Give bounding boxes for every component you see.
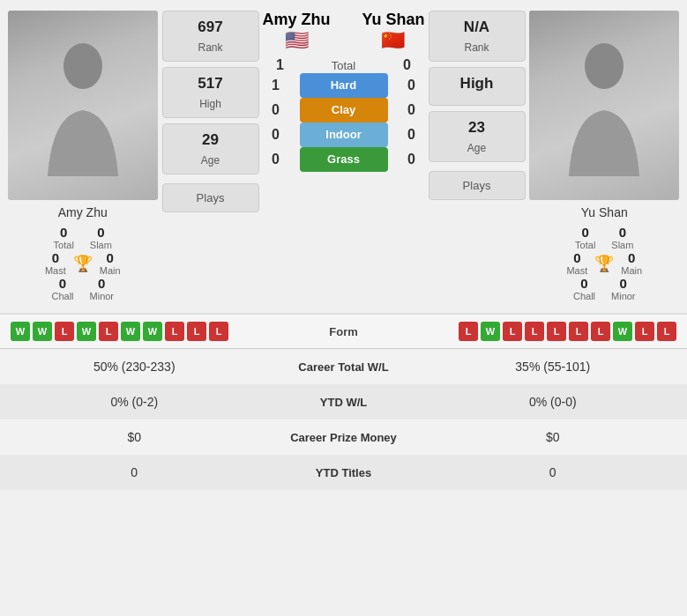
left-mast-cell: 0 Mast — [45, 250, 66, 276]
left-info-block: 697 Rank 517 High 29 Age Plays — [162, 11, 259, 301]
grass-surface-btn[interactable]: Grass — [300, 147, 388, 172]
hard-score-row: 1 Hard 0 — [263, 73, 425, 98]
left-chall-cell: 0 Chall — [51, 276, 73, 301]
left-main-cell: 0 Main — [100, 250, 121, 276]
left-trophy-icon-cell: 🏆 — [73, 254, 93, 273]
form-label: Form — [329, 325, 358, 338]
right-age-val: 23 — [468, 119, 485, 137]
left-form-badge: W — [143, 322, 162, 341]
stats-row-mid: YTD W/L — [256, 396, 432, 409]
right-minor-label: Minor — [611, 291, 636, 301]
right-form-badge: L — [503, 322, 522, 341]
right-mast-val: 0 — [573, 250, 580, 265]
left-player-block: Amy Zhu 0 Total 0 Slam 0 Mast 🏆 — [7, 11, 159, 301]
stats-row-mid: Career Total W/L — [256, 360, 432, 374]
right-high-box: High — [429, 67, 526, 106]
right-chall-val: 0 — [580, 276, 587, 291]
right-chall-label: Chall — [573, 291, 595, 301]
right-minor-cell: 0 Minor — [611, 276, 636, 301]
clay-surface-btn[interactable]: Clay — [300, 98, 388, 122]
right-main-cell: 0 Main — [621, 250, 642, 276]
right-form-badge: L — [525, 322, 544, 341]
right-player-name: Yu Shan — [581, 205, 628, 219]
bottom-stats-table: 50% (230-233)Career Total W/L35% (55-101… — [0, 348, 687, 490]
indoor-surface-btn[interactable]: Indoor — [300, 122, 388, 147]
stats-row-left: $0 — [13, 430, 256, 444]
right-form-badge: W — [481, 322, 500, 341]
right-rank-val: N/A — [464, 19, 489, 36]
left-high-label: High — [199, 98, 221, 110]
stats-row-right: 0 — [432, 465, 675, 479]
total-label: Total — [304, 59, 384, 72]
left-trophy-icon: 🏆 — [73, 254, 93, 273]
right-info-block: N/A Rank High 23 Age Plays — [429, 11, 526, 301]
stats-row-left: 0% (0-2) — [13, 395, 256, 409]
right-trophy-icon-cell: 🏆 — [594, 254, 614, 273]
right-chall-cell: 0 Chall — [573, 276, 595, 301]
left-form-badge: L — [99, 322, 118, 341]
total-score-right: 0 — [394, 57, 421, 73]
stats-row-left: 50% (230-233) — [13, 360, 256, 374]
left-total-val: 0 — [60, 225, 67, 240]
stats-row-right: $0 — [432, 430, 675, 444]
left-mast-val: 0 — [52, 250, 59, 265]
left-form-badge: L — [55, 322, 74, 341]
right-mast-label: Mast — [566, 265, 587, 276]
left-total-label: Total — [54, 240, 74, 250]
center-scores-block: Amy Zhu 🇺🇸 Yu Shan 🇨🇳 1 Total 0 1 Hard 0 — [263, 11, 425, 301]
left-form-badge: W — [33, 322, 52, 341]
left-player-photo — [8, 11, 158, 200]
form-section: WWLWLWWLLL Form LWLLLLLWLL — [0, 313, 687, 348]
hard-score-left: 1 — [263, 78, 289, 93]
left-plays-label: Plays — [197, 191, 225, 204]
stats-row-mid: YTD Titles — [256, 466, 432, 479]
left-slam-cell: 0 Slam — [90, 225, 112, 250]
left-stats-row3: 0 Chall 0 Minor — [51, 276, 114, 301]
right-rank-label: Rank — [464, 41, 489, 54]
clay-score-right: 0 — [399, 102, 425, 118]
hard-surface-btn[interactable]: Hard — [300, 73, 388, 98]
left-main-val: 0 — [107, 250, 114, 265]
right-total-cell: 0 Total — [575, 225, 595, 250]
left-player-header: Amy Zhu 🇺🇸 — [263, 11, 331, 52]
right-stats-row1: 0 Total 0 Slam — [575, 225, 633, 250]
right-player-photo — [529, 11, 679, 200]
left-form-badge: L — [165, 322, 184, 341]
left-chall-label: Chall — [51, 291, 73, 301]
left-rank-val: 697 — [198, 19, 222, 36]
right-player-block: Yu Shan 0 Total 0 Slam 0 Mast 🏆 — [529, 11, 681, 301]
svg-point-0 — [63, 43, 102, 89]
left-slam-label: Slam — [90, 240, 112, 250]
left-mast-label: Mast — [45, 265, 66, 276]
stats-row: 0% (0-2)YTD W/L0% (0-0) — [0, 384, 687, 419]
right-form-badge: L — [547, 322, 566, 341]
stats-row-right: 0% (0-0) — [432, 395, 675, 409]
left-form-badge: W — [11, 322, 30, 341]
grass-score-right: 0 — [399, 152, 425, 167]
right-age-box: 23 Age — [429, 111, 526, 162]
hard-score-right: 0 — [399, 78, 425, 93]
total-score-row: 1 Total 0 — [263, 57, 425, 73]
left-form-badges: WWLWLWWLLL — [11, 322, 228, 341]
right-trophy-row: 0 Mast 🏆 0 Main — [566, 250, 642, 276]
right-form-badge: L — [591, 322, 610, 341]
top-area: Amy Zhu 0 Total 0 Slam 0 Mast 🏆 — [0, 0, 687, 306]
stats-row-left: 0 — [13, 465, 256, 479]
left-trophy-row: 0 Mast 🏆 0 Main — [45, 250, 121, 276]
right-minor-val: 0 — [620, 276, 627, 291]
left-age-box: 29 Age — [162, 123, 259, 174]
left-rank-label: Rank — [198, 41, 222, 54]
clay-score-row: 0 Clay 0 — [263, 98, 425, 122]
left-minor-val: 0 — [98, 276, 105, 291]
right-main-val: 0 — [628, 250, 635, 265]
left-age-label: Age — [201, 154, 220, 167]
page-container: Amy Zhu 0 Total 0 Slam 0 Mast 🏆 — [0, 0, 687, 490]
right-slam-label: Slam — [611, 240, 633, 250]
grass-score-left: 0 — [263, 152, 289, 167]
right-mast-cell: 0 Mast — [566, 250, 587, 276]
right-form-badge: W — [613, 322, 632, 341]
left-stats-row1: 0 Total 0 Slam — [54, 225, 112, 250]
indoor-score-right: 0 — [399, 127, 425, 143]
right-plays-label: Plays — [463, 179, 491, 192]
left-plays-box: Plays — [162, 183, 259, 212]
